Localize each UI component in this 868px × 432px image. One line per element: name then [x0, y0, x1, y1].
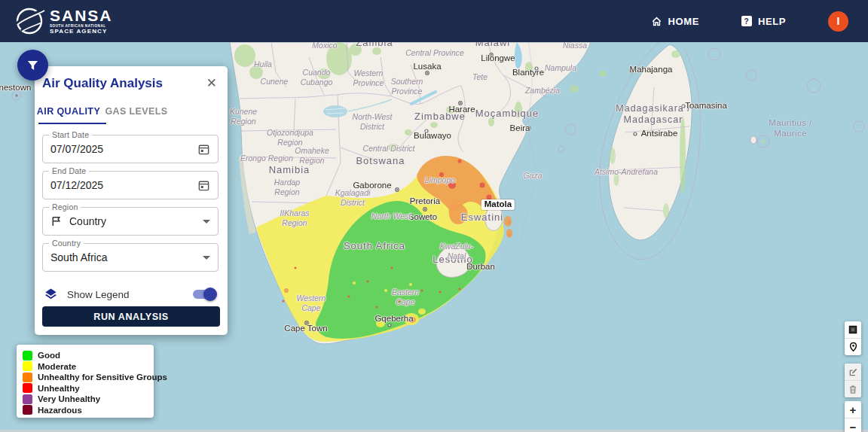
end-date-field[interactable]: End Date 07/12/2025: [42, 171, 219, 199]
calendar-icon[interactable]: [197, 143, 210, 156]
delete-tool-button[interactable]: [845, 380, 861, 397]
legend-label: Moderate: [38, 362, 76, 371]
zoom-out-button[interactable]: −: [845, 418, 861, 432]
run-analysis-button[interactable]: RUN ANALYSIS: [42, 306, 220, 327]
edit-tool-button[interactable]: [845, 364, 861, 380]
region-value: Country: [69, 215, 106, 227]
layers-icon: [44, 287, 58, 302]
toggle-thumb: [203, 287, 217, 301]
location-pin-icon: [848, 342, 858, 352]
trash-icon: [848, 385, 857, 394]
end-date-value: 07/12/2025: [50, 179, 103, 191]
edit-icon: [848, 367, 858, 377]
legend-swatch: [23, 351, 32, 361]
panel-title: Air Quality Analysis: [42, 76, 163, 91]
tab-gas-levels[interactable]: GAS LEVELS: [102, 100, 170, 124]
legend-item: Very Unhealthy: [23, 394, 154, 405]
brand-subtitle-2: SPACE AGENCY: [50, 29, 113, 35]
start-date-field[interactable]: Start Date 07/07/2025: [42, 135, 219, 163]
legend-item: Hazardous: [23, 405, 154, 416]
nav-home-label: HOME: [668, 16, 699, 27]
legend-item: Unhealthy for Sensitive Groups: [23, 372, 154, 383]
legend-swatch: [23, 394, 32, 404]
close-icon[interactable]: ✕: [205, 75, 219, 91]
region-select[interactable]: Region Country: [42, 207, 219, 236]
nav-help[interactable]: ? HELP: [741, 16, 786, 27]
tab-active-indicator: [38, 123, 106, 125]
region-label: Region: [49, 202, 81, 211]
brand-logo: SANSA SOUTH AFRICAN NATIONAL SPACE AGENC…: [14, 5, 113, 37]
country-select[interactable]: Country South Africa: [42, 243, 219, 272]
legend-item: Unhealthy: [23, 383, 154, 394]
header: SANSA SOUTH AFRICAN NATIONAL SPACE AGENC…: [0, 0, 868, 42]
extent-tool-button[interactable]: [845, 321, 861, 338]
location-pin-button[interactable]: [845, 338, 861, 355]
legend-item: Moderate: [23, 361, 154, 373]
chevron-down-icon: [203, 220, 210, 224]
show-legend-toggle[interactable]: [191, 287, 217, 302]
minus-icon: −: [850, 421, 857, 432]
legend-item: Good: [23, 350, 154, 361]
legend-label: Very Unhealthy: [38, 394, 100, 403]
sansa-logo-icon: [14, 5, 45, 37]
flag-icon: [50, 215, 62, 227]
legend-swatch: [23, 383, 32, 393]
panel-tabs: AIR QUALITY GAS LEVELS: [35, 100, 228, 124]
legend-label: Unhealthy for Sensitive Groups: [38, 373, 167, 382]
help-icon: ?: [741, 16, 752, 26]
end-date-label: End Date: [49, 166, 89, 175]
extent-square-icon: [848, 325, 857, 334]
start-date-label: Start Date: [49, 130, 92, 139]
nav-home[interactable]: HOME: [651, 16, 699, 27]
legend-swatch: [23, 405, 32, 415]
legend-swatch: [23, 361, 32, 371]
air-quality-panel: Air Quality Analysis ✕ AIR QUALITY GAS L…: [35, 66, 228, 335]
zoom-controls: + −: [845, 401, 861, 432]
legend-swatch: [23, 373, 32, 382]
zoom-in-button[interactable]: +: [845, 401, 861, 418]
tab-air-quality[interactable]: AIR QUALITY: [35, 100, 102, 124]
brand-name: SANSA: [50, 8, 113, 23]
filter-funnel-icon: [26, 59, 39, 71]
country-value: South Africa: [50, 251, 108, 263]
map-tools-group-2: [845, 364, 861, 397]
filter-fab-button[interactable]: [17, 50, 48, 81]
calendar-icon[interactable]: [197, 179, 210, 192]
home-icon: [651, 16, 662, 27]
user-avatar[interactable]: I: [828, 11, 848, 32]
app-screen: Central Province Lusaka Lilongwe Blantyr…: [0, 0, 868, 432]
chevron-down-icon: [203, 256, 210, 260]
legend-label: Hazardous: [38, 406, 82, 415]
nav-help-label: HELP: [758, 16, 786, 27]
legend-label: Unhealthy: [38, 384, 80, 393]
aqi-legend-card: Good Moderate Unhealthy for Sensitive Gr…: [17, 345, 154, 418]
show-legend-label: Show Legend: [67, 289, 130, 300]
country-label: Country: [49, 239, 84, 248]
legend-label: Good: [38, 351, 60, 360]
start-date-value: 07/07/2025: [50, 143, 103, 155]
map-tools-group-1: [845, 321, 861, 355]
plus-icon: +: [850, 404, 857, 415]
